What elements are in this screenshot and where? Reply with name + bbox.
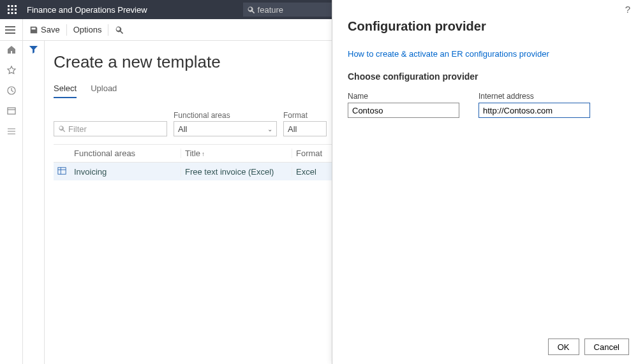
nav-toggle-icon[interactable] [0, 19, 23, 40]
chevron-down-icon: ⌄ [267, 126, 272, 133]
svg-rect-14 [58, 167, 66, 174]
star-icon[interactable] [6, 65, 17, 78]
svg-rect-0 [8, 5, 10, 7]
workspace-icon[interactable] [6, 106, 17, 119]
svg-rect-4 [11, 9, 13, 11]
row-type-icon [54, 166, 70, 177]
ok-button[interactable]: OK [548, 339, 579, 355]
functional-areas-select[interactable]: All ⌄ [174, 121, 277, 136]
svg-rect-2 [15, 5, 17, 7]
filter-icon[interactable] [29, 45, 38, 364]
format-value: All [288, 124, 297, 134]
save-icon [29, 25, 38, 34]
col-title-label: Title [185, 149, 200, 158]
cancel-button[interactable]: Cancel [584, 339, 629, 355]
search-icon [58, 125, 66, 133]
address-input[interactable] [478, 103, 590, 118]
options-button[interactable]: Options [67, 19, 108, 40]
filter-spacer [54, 111, 167, 120]
address-label: Internet address [478, 92, 590, 101]
help-icon[interactable]: ? [625, 4, 630, 15]
svg-rect-8 [15, 12, 17, 14]
modules-icon[interactable] [6, 126, 17, 139]
svg-rect-9 [5, 26, 15, 27]
name-label: Name [348, 92, 459, 101]
svg-rect-7 [11, 12, 13, 14]
filter-placeholder: Filter [68, 124, 87, 134]
save-label: Save [41, 25, 60, 34]
row-title: Free text invoice (Excel) [181, 167, 292, 177]
row-format: Excel [292, 167, 330, 177]
functional-areas-value: All [178, 124, 187, 134]
recent-icon[interactable] [6, 85, 17, 98]
col-title[interactable]: Title↑ [181, 149, 292, 158]
format-select[interactable]: All [283, 121, 327, 136]
name-input[interactable] [348, 103, 459, 118]
row-functional-area: Invoicing [70, 167, 181, 177]
col-format[interactable]: Format [292, 149, 330, 158]
options-label: Options [73, 25, 102, 34]
nav-rail [0, 41, 23, 364]
sort-asc-icon: ↑ [202, 150, 205, 157]
col-functional-areas[interactable]: Functional areas [70, 149, 181, 158]
tab-select[interactable]: Select [54, 84, 77, 98]
svg-rect-5 [15, 9, 17, 11]
svg-rect-6 [8, 12, 10, 14]
svg-rect-10 [5, 29, 15, 31]
svg-rect-11 [5, 33, 15, 34]
save-button[interactable]: Save [23, 19, 66, 40]
side-panel: ? Configuration provider How to create &… [332, 0, 638, 364]
filter-column [23, 41, 45, 364]
search-text: feature [258, 5, 283, 15]
panel-title: Configuration provider [348, 19, 623, 34]
panel-subtitle: Choose configuration provider [348, 71, 623, 82]
help-link[interactable]: How to create & activate an ER configura… [348, 49, 549, 59]
svg-rect-13 [8, 108, 15, 114]
filter-input[interactable]: Filter [54, 121, 167, 136]
app-launcher-icon[interactable] [0, 0, 24, 19]
tab-upload[interactable]: Upload [91, 84, 117, 98]
home-icon[interactable] [6, 45, 17, 57]
svg-rect-3 [8, 9, 10, 11]
search-icon [247, 6, 255, 14]
page-search-button[interactable] [108, 19, 133, 40]
svg-rect-1 [11, 5, 13, 7]
search-icon [115, 25, 124, 34]
format-label: Format [283, 111, 327, 120]
functional-areas-label: Functional areas [174, 111, 277, 120]
app-title: Finance and Operations Preview [24, 5, 147, 15]
